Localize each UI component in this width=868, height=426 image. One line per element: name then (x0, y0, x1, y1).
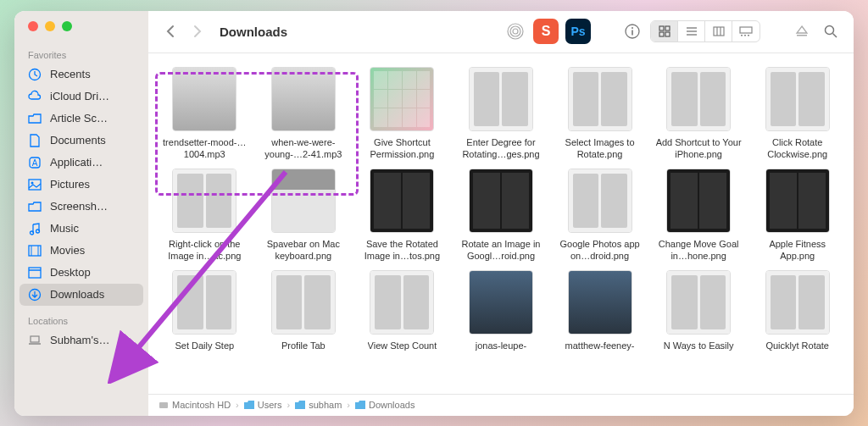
file-item[interactable]: Apple Fitness App.png (749, 169, 845, 262)
file-thumbnail (568, 270, 632, 335)
svg-rect-11 (29, 268, 41, 278)
folder-icon (28, 112, 42, 125)
file-item[interactable]: N Ways to Easily (651, 270, 747, 351)
file-item[interactable]: Google Photos app on…droid.png (552, 169, 648, 262)
chevron-right-icon: › (236, 400, 239, 410)
file-item[interactable]: Change Move Goal in…hone.png (651, 169, 747, 262)
sidebar-item-label: Music (50, 222, 79, 235)
info-button[interactable] (621, 20, 643, 42)
main-area: Downloads S Ps (148, 11, 854, 416)
svg-rect-14 (31, 336, 39, 342)
file-thumbnail (765, 169, 830, 233)
file-item[interactable]: Add Shortcut to Your iPhone.png (651, 67, 747, 160)
view-switcher (650, 20, 760, 42)
path-segment[interactable]: Users (244, 400, 282, 410)
file-label: matthew-feeney- (565, 340, 635, 351)
svg-rect-33 (741, 35, 743, 36)
sidebar-item-applicati[interactable]: AApplicati… (14, 152, 148, 174)
svg-point-37 (826, 26, 834, 35)
forward-button[interactable] (187, 21, 208, 41)
file-item[interactable]: Set Daily Step (157, 270, 253, 351)
icon-view-button[interactable] (651, 21, 678, 41)
file-label: Google Photos app on…droid.png (554, 238, 647, 262)
svg-point-20 (632, 27, 633, 29)
svg-point-6 (36, 230, 40, 233)
airdrop-icon[interactable] (504, 20, 526, 42)
file-item[interactable]: View Step Count (354, 270, 450, 351)
doc-icon (28, 134, 42, 147)
svg-rect-35 (748, 35, 749, 36)
svg-rect-22 (659, 26, 664, 30)
file-item[interactable]: Right-click on the Image in…ac.png (157, 169, 253, 262)
minimize-button[interactable] (45, 21, 55, 31)
sidebar-item-articlesc[interactable]: Article Sc… (14, 108, 148, 130)
sidebar-item-label: Desktop (50, 266, 91, 279)
file-item[interactable]: matthew-feeney- (552, 270, 648, 351)
gallery-view-button[interactable] (732, 21, 760, 41)
svg-point-16 (513, 29, 518, 34)
sidebar-item-movies[interactable]: Movies (14, 240, 148, 262)
file-label: View Step Count (368, 340, 437, 351)
file-item[interactable]: Spavebar on Mac keyboard.png (256, 169, 352, 262)
sidebar-item-iclouddri[interactable]: iCloud Dri… (14, 86, 148, 108)
eject-button[interactable] (791, 20, 813, 42)
sidebar-item-label: Pictures (50, 178, 90, 191)
sidebar-item-label: Applicati… (50, 156, 103, 169)
cloud-icon (28, 90, 42, 103)
sidebar-item-music[interactable]: Music (14, 218, 148, 240)
path-segment[interactable]: Macintosh HD (159, 400, 231, 410)
back-button[interactable] (160, 21, 181, 41)
file-item[interactable]: Profile Tab (256, 270, 352, 351)
file-item[interactable]: Quicklyt Rotate (749, 270, 845, 351)
svg-rect-29 (714, 27, 724, 36)
svg-rect-24 (659, 32, 664, 36)
sidebar-item-desktop[interactable]: Desktop (14, 262, 148, 284)
file-label: Save the Rotated Image in…tos.png (355, 238, 448, 262)
file-label: trendsetter-mood-…1004.mp3 (158, 136, 251, 160)
file-item[interactable]: Select Images to Rotate.png (552, 67, 648, 160)
svg-rect-32 (740, 27, 752, 33)
file-item[interactable]: Save the Rotated Image in…tos.png (354, 169, 450, 262)
svg-rect-21 (632, 30, 633, 36)
chevron-right-icon: › (347, 400, 350, 410)
close-button[interactable] (28, 21, 38, 31)
app-icon-photoshop[interactable]: Ps (565, 19, 591, 44)
svg-rect-23 (665, 26, 670, 30)
list-view-button[interactable] (678, 21, 705, 41)
sidebar-location[interactable]: Subham's… (14, 329, 148, 351)
path-segment[interactable]: Downloads (355, 400, 415, 410)
file-grid-area[interactable]: trendsetter-mood-…1004.mp3when-we-were-y… (148, 53, 854, 394)
file-item[interactable]: jonas-leupe- (453, 270, 549, 351)
sidebar-item-pictures[interactable]: Pictures (14, 174, 148, 196)
file-item[interactable]: Enter Degree for Rotating…ges.png (453, 67, 549, 160)
movie-icon (28, 244, 42, 257)
file-thumbnail (271, 67, 336, 131)
file-item[interactable]: Give Shortcut Permission.png (354, 67, 450, 160)
path-bar: Macintosh HD › Users › subham › Download… (148, 394, 854, 416)
file-thumbnail (666, 67, 731, 131)
sidebar-item-label: Documents (50, 134, 106, 147)
file-item[interactable]: Rotate an Image in Googl…roid.png (453, 169, 549, 262)
search-button[interactable] (820, 20, 842, 42)
sidebar-item-screensh[interactable]: Screensh… (14, 196, 148, 218)
zoom-button[interactable] (62, 21, 72, 31)
file-item[interactable]: trendsetter-mood-…1004.mp3 (157, 67, 253, 160)
file-item[interactable]: Click Rotate Clockwise.png (749, 67, 845, 160)
sidebar-item-recents[interactable]: Recents (14, 64, 148, 86)
file-label: Quicklyt Rotate (765, 340, 829, 351)
chevron-right-icon: › (287, 400, 290, 410)
sidebar-item-label: Screensh… (50, 200, 108, 213)
path-segment[interactable]: subham (295, 400, 342, 410)
file-label: Profile Tab (281, 340, 326, 351)
file-label: Set Daily Step (175, 340, 234, 351)
svg-point-17 (510, 26, 520, 36)
sidebar-item-documents[interactable]: Documents (14, 130, 148, 152)
svg-rect-39 (159, 402, 168, 408)
svg-point-4 (31, 181, 34, 184)
file-label: Add Shortcut to Your iPhone.png (652, 136, 745, 160)
svg-rect-25 (665, 32, 670, 36)
column-view-button[interactable] (705, 21, 732, 41)
app-icon-s[interactable]: S (533, 19, 559, 44)
sidebar-item-downloads[interactable]: Downloads (19, 284, 143, 306)
file-item[interactable]: when-we-were-young-…2-41.mp3 (256, 67, 352, 160)
